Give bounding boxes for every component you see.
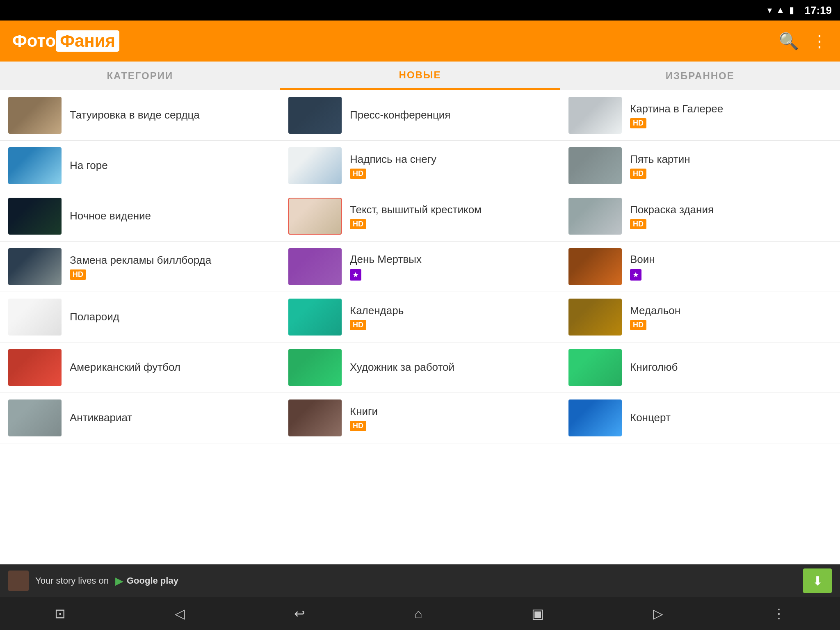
ad-banner[interactable]: Your story lives on ▶ Google play ⬇ xyxy=(0,564,840,597)
item-info: Пресс-конференция xyxy=(350,108,552,122)
ad-text: Your story lives on xyxy=(35,575,109,586)
grid-row: Татуировка в виде сердцаПресс-конференци… xyxy=(0,90,840,141)
item-thumbnail xyxy=(288,147,342,184)
item-info: Воин★ xyxy=(630,253,832,281)
item-title: Медальон xyxy=(630,304,832,318)
ad-download-button[interactable]: ⬇ xyxy=(803,568,832,593)
item-thumbnail xyxy=(288,399,342,436)
more-options-icon[interactable]: ⋮ xyxy=(811,32,828,50)
hd-badge: HD xyxy=(350,219,366,229)
item-title: Воин xyxy=(630,253,832,267)
tab-categories[interactable]: КАТЕГОРИИ xyxy=(0,62,280,90)
grid-row: Ночное видениеТекст, вышитый крестикомHD… xyxy=(0,191,840,242)
bottom-nav: ⊡ ◁ ↩ ⌂ ▣ ▷ ⋮ xyxy=(0,597,840,630)
item-title: Покраска здания xyxy=(630,203,832,217)
list-item[interactable]: Замена рекламы биллбордаHD xyxy=(0,242,280,292)
back-button[interactable]: ↩ xyxy=(286,602,313,625)
camera-button[interactable]: ⊡ xyxy=(46,602,74,625)
search-icon[interactable]: 🔍 xyxy=(778,32,799,51)
item-thumbnail xyxy=(8,349,62,386)
item-info: Текст, вышитый крестикомHD xyxy=(350,203,552,230)
list-item[interactable]: День Мертвых★ xyxy=(280,242,560,292)
item-thumbnail xyxy=(288,97,342,134)
content-area: Татуировка в виде сердцаПресс-конференци… xyxy=(0,90,840,564)
list-item[interactable]: На горе xyxy=(0,141,280,191)
item-title: Замена рекламы биллборда xyxy=(70,253,272,267)
item-info: Полароид xyxy=(70,310,272,324)
item-thumbnail xyxy=(8,198,62,235)
item-thumbnail xyxy=(8,299,62,336)
item-thumbnail xyxy=(568,248,622,285)
grid-row: ПолароидКалендарьHDМедальонHD xyxy=(0,292,840,342)
ad-avatar xyxy=(8,571,29,591)
list-item[interactable]: КнигиHD xyxy=(280,393,560,443)
item-title: Антиквариат xyxy=(70,411,272,425)
list-item[interactable]: Антиквариат xyxy=(0,393,280,443)
item-title: Американский футбол xyxy=(70,361,272,374)
hd-badge: HD xyxy=(350,320,366,330)
item-thumbnail xyxy=(568,198,622,235)
list-item[interactable]: Книголюб xyxy=(560,342,840,393)
item-info: На горе xyxy=(70,159,272,173)
list-item[interactable]: Американский футбол xyxy=(0,342,280,393)
hd-badge: HD xyxy=(350,169,366,179)
item-title: Художник за работой xyxy=(350,361,552,374)
list-item[interactable]: МедальонHD xyxy=(560,292,840,342)
item-info: КнигиHD xyxy=(350,405,552,431)
list-item[interactable]: Надпись на снегуHD xyxy=(280,141,560,191)
logo-foto: Фото xyxy=(12,31,56,51)
list-item[interactable]: Текст, вышитый крестикомHD xyxy=(280,191,560,241)
list-item[interactable]: Художник за работой xyxy=(280,342,560,393)
list-item[interactable]: Полароид xyxy=(0,292,280,342)
item-title: Пресс-конференция xyxy=(350,108,552,122)
grid-row: Американский футболХудожник за работойКн… xyxy=(0,342,840,393)
toolbar-actions: 🔍 ⋮ xyxy=(778,32,828,51)
item-title: Надпись на снегу xyxy=(350,153,552,167)
item-thumbnail xyxy=(568,399,622,436)
item-thumbnail xyxy=(288,248,342,285)
volume-up-button[interactable]: ▷ xyxy=(645,602,671,625)
item-title: Ночное видение xyxy=(70,209,272,223)
item-thumbnail xyxy=(568,147,622,184)
grid-row: АнтиквариатКнигиHDКонцерт xyxy=(0,393,840,443)
list-item[interactable]: Ночное видение xyxy=(0,191,280,241)
volume-down-button[interactable]: ◁ xyxy=(167,602,193,625)
list-item[interactable]: Пресс-конференция xyxy=(280,90,560,140)
ad-left: Your story lives on ▶ Google play xyxy=(8,571,178,591)
tab-favorites[interactable]: ИЗБРАННОЕ xyxy=(560,62,840,90)
item-info: Художник за работой xyxy=(350,361,552,374)
recents-button[interactable]: ▣ xyxy=(523,602,552,625)
item-thumbnail xyxy=(8,147,62,184)
item-info: Книголюб xyxy=(630,361,832,374)
item-info: Покраска зданияHD xyxy=(630,203,832,230)
status-icons: ▾ ▲ ▮ 17:19 xyxy=(767,4,832,17)
app-toolbar: ФотоФания 🔍 ⋮ xyxy=(0,21,840,62)
list-item[interactable]: КалендарьHD xyxy=(280,292,560,342)
item-title: Полароид xyxy=(70,310,272,324)
list-item[interactable]: Татуировка в виде сердца xyxy=(0,90,280,140)
item-info: КалендарьHD xyxy=(350,304,552,331)
list-item[interactable]: Покраска зданияHD xyxy=(560,191,840,241)
item-thumbnail xyxy=(568,349,622,386)
logo-fania: Фания xyxy=(56,30,119,52)
item-title: Книги xyxy=(350,405,552,419)
item-thumbnail xyxy=(568,299,622,336)
more-button[interactable]: ⋮ xyxy=(764,602,794,625)
tab-bar: КАТЕГОРИИ НОВЫЕ ИЗБРАННОЕ xyxy=(0,62,840,90)
google-play: ▶ Google play xyxy=(115,575,178,587)
list-item[interactable]: Воин★ xyxy=(560,242,840,292)
item-title: Картина в Галерее xyxy=(630,102,832,116)
play-icon: ▶ xyxy=(115,575,123,587)
list-item[interactable]: Концерт xyxy=(560,393,840,443)
list-item[interactable]: Пять картинHD xyxy=(560,141,840,191)
tab-new[interactable]: НОВЫЕ xyxy=(280,62,560,90)
item-title: Книголюб xyxy=(630,361,832,374)
status-bar: ▾ ▲ ▮ 17:19 xyxy=(0,0,840,21)
item-info: Ночное видение xyxy=(70,209,272,223)
list-item[interactable]: Картина в ГалерееHD xyxy=(560,90,840,140)
item-thumbnail xyxy=(288,198,342,235)
hd-badge: HD xyxy=(70,269,86,280)
premium-badge: ★ xyxy=(350,269,361,281)
hd-badge: HD xyxy=(630,118,646,128)
home-button[interactable]: ⌂ xyxy=(406,602,430,625)
